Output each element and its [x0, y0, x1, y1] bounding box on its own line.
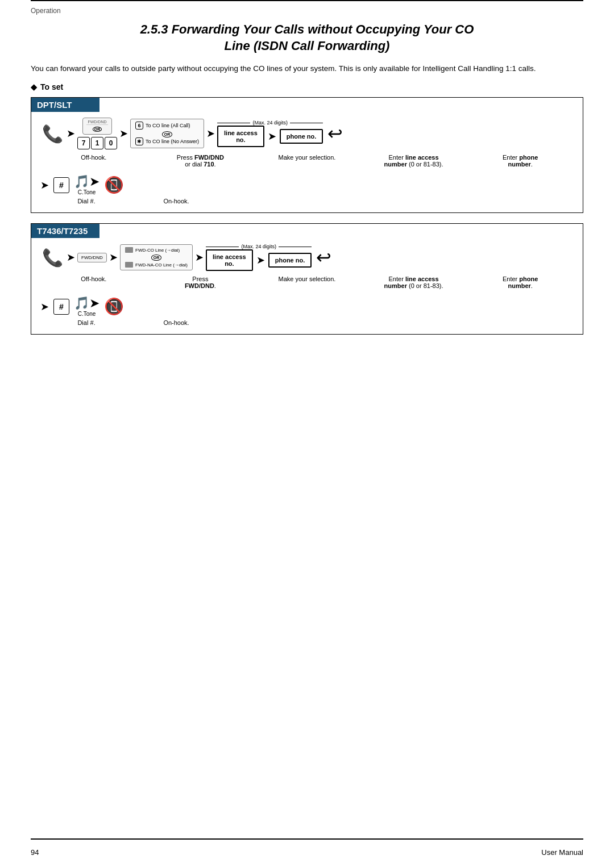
key-0: 0: [105, 137, 117, 149]
arrow3: ➤: [206, 127, 215, 140]
selection-item-star: ✱ To CO line (No Answer): [135, 137, 199, 145]
t7436-onhook-phone: 📵: [104, 297, 124, 316]
t7436-sel-row2: FWD-NA-CO Line (→dial): [125, 262, 188, 268]
line-access-box: line accessno.: [217, 126, 264, 147]
user-manual-label: User Manual: [541, 848, 583, 857]
curved-arrow: ↩: [327, 123, 343, 144]
t7436-rect-btn1: [125, 247, 133, 253]
t7436-label-offhook: Off-hook.: [40, 276, 147, 282]
label-make-selection: Make your selection.: [254, 154, 360, 161]
fwd-dnd-step: FWD/DND OR 7 1 0: [77, 118, 117, 149]
or-circle: OR: [162, 131, 173, 137]
t7436-phone-no-box: phone no.: [268, 253, 312, 268]
dpt-slt-diagram: DPT/SLT 📞 ➤ FWD/DND OR 7 1: [31, 97, 583, 213]
arrow2: ➤: [119, 127, 128, 140]
dpt-slt-steps-row: 📞 ➤ FWD/DND OR 7 1 0: [40, 118, 574, 149]
t7436-fwd-dnd-step: FWD/DND: [77, 253, 107, 262]
page-title: 2.5.3 Forwarding Your Calls without Occu…: [31, 22, 583, 54]
t7436-rect-btn2: [125, 262, 133, 268]
fwd-dnd-button: FWD/DND OR: [82, 118, 112, 135]
t7436-second-row: ➤ # 🎵➤ C.Tone 📵: [40, 296, 574, 317]
t7436-max-digits-section: (Max. 24 digits) line accessno. ➤ phone …: [206, 244, 312, 271]
page-number: 94: [31, 848, 39, 857]
arrow5: ➤: [40, 179, 49, 191]
selection-box: 6 To CO line (All Call) OR ✱ To CO line …: [130, 119, 204, 148]
t7436-curved-arrow: ↩: [316, 247, 331, 268]
dial-hash-label: Dial #.: [67, 198, 106, 205]
label-enter-line-access: Enter line accessnumber (0 or 81-83).: [360, 154, 467, 168]
t7436-ctone-label: C.Tone: [78, 311, 96, 317]
t7436-label-make-selection: Make your selection.: [254, 276, 360, 282]
t7436-onhook-label: On-hook.: [156, 319, 196, 326]
onhook-phone-icon: 📵: [104, 176, 124, 194]
t7436-second-labels: Dial #. On-hook.: [40, 319, 574, 326]
t7436-sel-row1: FWD-CO Line (→dial): [125, 247, 188, 253]
t7436-header: T7436/T7235: [31, 224, 99, 238]
hash-key: #: [53, 177, 69, 193]
t7436-label-enter-line-access: Enter line accessnumber (0 or 81-83).: [360, 276, 467, 289]
t7436-fwd-dnd-btn: FWD/DND: [77, 253, 107, 262]
t7436-selection-box: FWD-CO Line (→dial) OR FWD-NA-CO Line (→…: [120, 244, 193, 270]
label-enter-phone: Enter phonenumber.: [467, 154, 574, 168]
t7436-ctone-icon: 🎵➤: [74, 296, 99, 311]
selection-item-6: 6 To CO line (All Call): [135, 122, 199, 130]
phone-no-box: phone no.: [280, 129, 323, 144]
t7436-max-digits-content: line accessno. ➤ phone no.: [206, 249, 312, 271]
or-line: OR: [135, 131, 199, 137]
t7436-dial-hash-label: Dial #.: [67, 319, 106, 326]
dial-710-keys: 7 1 0: [77, 137, 117, 149]
key-7: 7: [77, 137, 90, 149]
t7436-arrow1: ➤: [67, 251, 75, 264]
t7436-diagram: T7436/T7235 📞 ➤ FWD/DND ➤ FWD-CO Line (→…: [31, 223, 583, 335]
t7436-ctone-step: 🎵➤ C.Tone: [74, 296, 99, 317]
t7436-arrow4: ➤: [256, 254, 265, 266]
sel-6-key: 6: [135, 122, 143, 130]
sel-star-key: ✱: [135, 137, 143, 145]
t7436-or-circle: OR: [151, 254, 162, 261]
t7436-arrow3: ➤: [195, 251, 204, 264]
max-digits-section: (Max. 24 digits) line accessno. ➤ phone …: [217, 120, 323, 147]
t7436-offhook-phone: 📞: [40, 245, 64, 269]
max-digits-content: line accessno. ➤ phone no.: [217, 126, 323, 147]
max-digits-line: (Max. 24 digits): [217, 120, 323, 126]
arrow1: ➤: [67, 127, 75, 140]
t7436-arrow5: ➤: [40, 301, 49, 313]
label-offhook: Off-hook.: [40, 154, 147, 161]
t7436-max-digits-line: (Max. 24 digits): [206, 244, 312, 249]
ctone-step: 🎵➤ C.Tone: [74, 174, 99, 195]
t7436-arrow2: ➤: [109, 251, 118, 264]
dpt-slt-second-labels: Dial #. On-hook.: [40, 198, 574, 205]
label-press-fwd: Press FWD/DNDor dial 710.: [147, 154, 254, 168]
onhook-label: On-hook.: [156, 198, 196, 205]
bottom-rule: [31, 838, 583, 840]
ctone-label: C.Tone: [78, 189, 96, 195]
t7436-labels-row: Off-hook. PressFWD/DND. Make your select…: [40, 276, 574, 289]
dpt-slt-labels-row: Off-hook. Press FWD/DNDor dial 710. Make…: [40, 154, 574, 168]
dpt-slt-second-row: ➤ # 🎵➤ C.Tone 📵: [40, 174, 574, 195]
to-set-label: To set: [31, 82, 583, 91]
key-1: 1: [91, 137, 103, 149]
t7436-line-access-box: line accessno.: [206, 249, 253, 271]
offhook-phone-icon: 📞: [40, 122, 64, 145]
footer: 94 User Manual: [0, 848, 614, 857]
breadcrumb: Operation: [31, 5, 583, 16]
arrow4: ➤: [268, 130, 276, 143]
t7436-hash-key: #: [53, 299, 69, 315]
ctone-icon: 🎵➤: [74, 174, 99, 189]
dpt-slt-header: DPT/SLT: [31, 98, 99, 112]
t7436-steps-row: 📞 ➤ FWD/DND ➤ FWD-CO Line (→dial) OR: [40, 244, 574, 271]
t7436-label-press-fwd: PressFWD/DND.: [147, 276, 254, 289]
t7436-label-enter-phone: Enter phonenumber.: [467, 276, 574, 289]
t7436-or-line: OR: [125, 254, 188, 261]
intro-text: You can forward your calls to outside pa…: [31, 63, 583, 74]
